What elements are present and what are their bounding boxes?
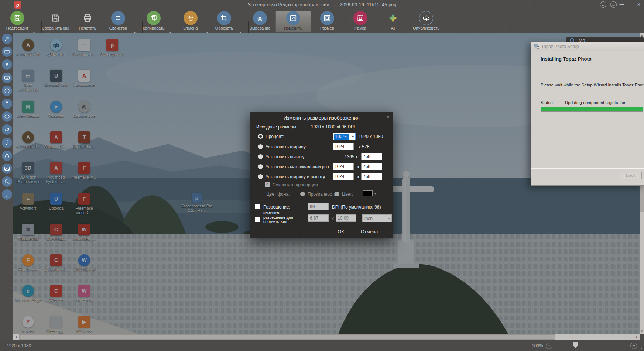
magnifier-tool-button[interactable] <box>2 176 12 187</box>
close-icon: × <box>637 1 641 7</box>
text-box-tool-button[interactable] <box>2 73 12 83</box>
resolution-checkbox[interactable] <box>255 204 260 209</box>
res-width-input[interactable] <box>308 214 329 222</box>
res-height-input[interactable] <box>336 214 356 222</box>
ok-button[interactable]: ОК <box>329 228 353 236</box>
horizontal-scrollbar[interactable]: ‹ › <box>13 334 640 340</box>
wh-height-input[interactable] <box>361 173 382 180</box>
installer-title-bar[interactable]: Topaz Photo Setup <box>531 42 644 51</box>
blur-tool-button[interactable] <box>2 151 12 161</box>
installer-back-button[interactable]: Back <box>620 172 642 179</box>
image-dimensions-text: 1920 x 1080 <box>7 343 31 348</box>
toolbar-button-сохранить-как[interactable]: Сохранить как <box>38 11 73 32</box>
toolbar-button-обрезать[interactable]: Обрезать <box>206 11 242 32</box>
image-icon <box>4 165 10 172</box>
step-number-tool-button[interactable] <box>2 86 12 96</box>
percent-dropdown[interactable]: 100 % ▾ <box>333 133 356 140</box>
curve-tool-button[interactable] <box>2 138 12 148</box>
resolution-input[interactable] <box>308 203 329 210</box>
cut-icon <box>253 11 267 25</box>
set-width-radio[interactable] <box>258 144 263 149</box>
cancel-button[interactable]: Отмена <box>356 228 382 236</box>
unit-dropdown[interactable]: inch ▾ <box>362 214 392 222</box>
toolbar-button-изменить[interactable]: Изменить <box>275 11 311 32</box>
zoom-in-button[interactable]: + <box>630 343 637 349</box>
arrow-tool-button[interactable] <box>2 34 12 44</box>
status-bar: 1920 x 1080 100% − + <box>0 340 644 351</box>
toolbar-button-размер[interactable]: Размер <box>309 11 345 32</box>
brace-tool-button[interactable] <box>2 189 12 200</box>
minimize-button[interactable]: — <box>619 2 625 7</box>
original-size-value: 1920 x 1080 at 96 DPI <box>311 124 355 130</box>
installer-separator-bottom <box>531 168 644 168</box>
resize-grip[interactable] <box>639 346 643 350</box>
history-forward-button[interactable]: → <box>610 1 617 8</box>
width-height-radio[interactable] <box>258 174 263 179</box>
undo-icon <box>184 11 198 25</box>
resize-res-line3: соответствия <box>263 219 287 224</box>
dialog-close-button[interactable]: × <box>387 114 390 120</box>
tool-sidebar <box>0 33 13 340</box>
rectangle-tool-button[interactable] <box>2 47 12 57</box>
toolbar-button-ai[interactable]: AI <box>375 11 411 32</box>
scroll-right-icon[interactable]: › <box>634 334 640 340</box>
printer-icon <box>80 11 95 25</box>
color-dropdown-arrow[interactable]: ▾ <box>373 190 377 196</box>
keep-proportions-checkbox[interactable]: ✓ <box>265 182 270 187</box>
cloud-upload-icon <box>419 11 433 25</box>
max-size-radio[interactable] <box>258 164 263 169</box>
highlighter-tool-button[interactable] <box>2 99 12 109</box>
app-title-text: Screenpresso Редактор изображений <box>247 2 329 7</box>
wh-width-input[interactable] <box>333 173 354 180</box>
percent-label: Процент: <box>266 134 284 139</box>
percent-radio[interactable] <box>258 134 263 139</box>
toolbar-button-свойства[interactable]: Свойства <box>100 11 136 32</box>
toolbar-button-подтвердит[interactable]: Подтвердит <box>0 11 35 32</box>
toolbar-button-label: Изменить <box>275 26 311 30</box>
max-width-input[interactable] <box>333 163 354 170</box>
installer-progress-fill <box>541 107 643 111</box>
toolbar-button-вырезание[interactable]: Вырезание <box>242 11 278 32</box>
resize-resolution-checkbox[interactable] <box>255 217 260 222</box>
title-separator: - <box>334 2 335 7</box>
transparency-radio[interactable] <box>300 192 305 196</box>
toolbar-button-отмена[interactable]: Отмена <box>173 11 208 32</box>
zoom-slider-track[interactable] <box>556 345 628 345</box>
save-icon <box>10 11 24 25</box>
set-height-radio[interactable] <box>258 154 263 159</box>
max-height-input[interactable] <box>361 163 382 170</box>
zoom-out-button[interactable]: − <box>546 343 552 349</box>
toolbar-button-копировать[interactable]: Копировать <box>136 11 171 32</box>
toolbar-button-label: Подтвердит <box>0 26 35 30</box>
toolbar-button-опубликовать[interactable]: Опубликовать <box>408 11 444 32</box>
toolbar-button-label: Размер <box>309 26 345 30</box>
text-tool-button[interactable] <box>2 59 12 70</box>
back-arrow-icon: ← <box>601 2 605 7</box>
polygon-tool-button[interactable] <box>2 124 12 135</box>
ellipse-tool-button[interactable] <box>2 111 12 122</box>
toolbar-button-рамка[interactable]: Рамка <box>343 11 378 32</box>
res-x-label: x <box>332 216 334 221</box>
text-box-icon <box>4 75 10 81</box>
installer-window-title: Topaz Photo Setup <box>541 44 579 49</box>
horizontal-scroll-thumb[interactable] <box>19 334 555 340</box>
width-input[interactable] <box>333 143 354 150</box>
scroll-down-icon[interactable]: ▼ <box>640 329 644 334</box>
image-tool-button[interactable] <box>2 164 12 174</box>
forward-arrow-icon: → <box>612 2 616 7</box>
resize-res-line1: изменить <box>263 211 280 215</box>
transparency-label: Прозрачность <box>308 192 336 197</box>
resize-res-line2: разрешение для <box>263 215 293 220</box>
polygon-icon <box>4 126 10 133</box>
toolbar-button-печатать[interactable]: Печатать <box>70 11 105 32</box>
zoom-level-text: 100% <box>532 343 543 348</box>
frame-icon <box>353 11 367 25</box>
height-input[interactable] <box>361 153 382 160</box>
history-back-button[interactable]: ← <box>600 1 606 8</box>
unit-value: inch <box>363 216 373 221</box>
maximize-button[interactable] <box>627 2 633 7</box>
close-button[interactable]: × <box>636 2 642 7</box>
color-swatch[interactable] <box>363 190 373 196</box>
color-radio[interactable] <box>335 192 339 196</box>
scroll-left-icon[interactable]: ‹ <box>13 334 19 340</box>
